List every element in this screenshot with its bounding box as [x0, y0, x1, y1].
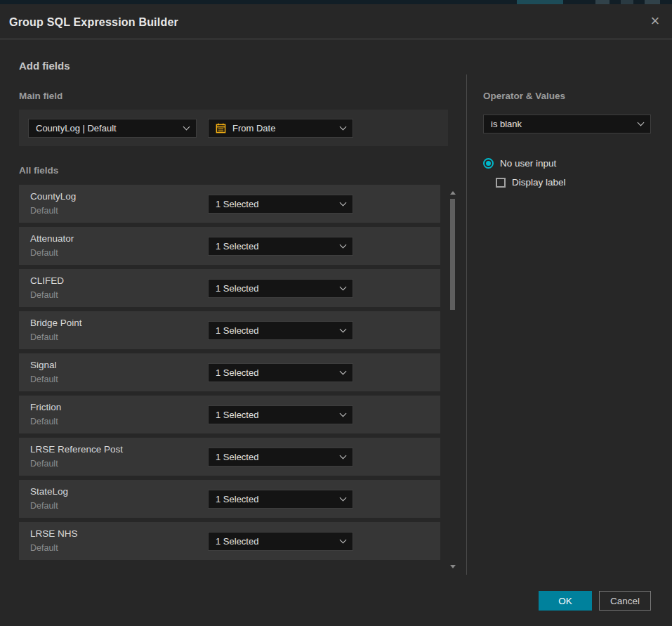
header-divider: [0, 39, 672, 39]
dialog-title: Group SQL Expression Builder: [9, 16, 178, 29]
field-name: Signal: [30, 360, 57, 370]
chevron-down-icon: [340, 124, 347, 131]
main-field-panel: CountyLog | Default From Date: [19, 110, 448, 146]
cancel-button[interactable]: Cancel: [599, 591, 651, 611]
operator-values-label: Operator & Values: [483, 91, 565, 101]
chevron-down-icon: [340, 410, 347, 417]
field-selection-dropdown[interactable]: 1 Selected: [208, 448, 353, 467]
field-selection-dropdown[interactable]: 1 Selected: [208, 279, 353, 298]
field-sublabel: Default: [30, 417, 58, 426]
field-row-friction: Friction Default 1 Selected: [19, 396, 440, 433]
calendar-icon: [216, 123, 226, 133]
scrollbar-down-icon[interactable]: [450, 565, 456, 568]
field-sublabel: Default: [30, 501, 58, 511]
chevron-down-icon: [340, 368, 347, 375]
field-selection-value: 1 Selected: [216, 325, 335, 336]
main-layer-dropdown[interactable]: CountyLog | Default: [28, 119, 197, 138]
checkbox-unchecked-icon: [496, 178, 506, 188]
field-sublabel: Default: [30, 543, 58, 553]
display-label-text: Display label: [512, 177, 566, 188]
field-selection-dropdown[interactable]: 1 Selected: [208, 532, 353, 551]
field-selection-dropdown[interactable]: 1 Selected: [208, 405, 353, 424]
field-selection-dropdown[interactable]: 1 Selected: [208, 363, 353, 382]
field-name: Attenuator: [30, 233, 74, 244]
field-selection-value: 1 Selected: [216, 410, 335, 420]
field-selection-dropdown[interactable]: 1 Selected: [208, 490, 353, 509]
column-divider: [466, 74, 467, 575]
field-name: Friction: [30, 402, 61, 412]
field-name: LRSE NHS: [30, 528, 78, 539]
chevron-down-icon: [340, 326, 347, 333]
field-name: CLIFED: [30, 275, 64, 286]
field-row-attenuator: Attenuator Default 1 Selected: [19, 227, 440, 265]
scrollbar-up-icon[interactable]: [450, 191, 456, 195]
chevron-down-icon: [340, 537, 347, 544]
chevron-down-icon: [183, 124, 190, 131]
field-name: StateLog: [30, 486, 68, 497]
ok-button[interactable]: OK: [539, 591, 592, 611]
field-selection-value: 1 Selected: [216, 536, 335, 547]
chevron-down-icon: [340, 200, 347, 207]
field-row-countylog: CountyLog Default 1 Selected: [19, 185, 440, 223]
field-sublabel: Default: [30, 248, 58, 258]
field-selection-value: 1 Selected: [216, 283, 335, 294]
add-fields-heading: Add fields: [19, 60, 70, 72]
all-fields-label: All fields: [19, 165, 58, 176]
radio-selected-icon: [483, 158, 494, 169]
field-selection-dropdown[interactable]: 1 Selected: [208, 321, 353, 340]
chevron-down-icon: [340, 495, 347, 502]
field-sublabel: Default: [30, 206, 58, 216]
field-selection-dropdown[interactable]: 1 Selected: [208, 237, 353, 256]
operator-dropdown-value: is blank: [491, 119, 633, 129]
chevron-down-icon: [340, 452, 347, 459]
field-row-statelog: StateLog Default 1 Selected: [19, 480, 440, 518]
operator-dropdown[interactable]: is blank: [483, 115, 651, 133]
field-row-clifed: CLIFED Default 1 Selected: [19, 269, 440, 307]
main-field-dropdown-value: From Date: [232, 123, 335, 133]
close-icon[interactable]: ×: [646, 13, 664, 31]
display-label-checkbox[interactable]: Display label: [496, 177, 566, 188]
main-field-label: Main field: [19, 91, 62, 101]
field-selection-value: 1 Selected: [216, 452, 335, 462]
field-selection-value: 1 Selected: [216, 241, 335, 252]
field-row-signal: Signal Default 1 Selected: [19, 353, 440, 391]
field-sublabel: Default: [30, 374, 58, 384]
field-sublabel: Default: [30, 290, 58, 300]
no-user-input-radio[interactable]: No user input: [483, 158, 556, 169]
field-row-bridge-point: Bridge Point Default 1 Selected: [19, 311, 440, 349]
field-selection-value: 1 Selected: [216, 199, 335, 209]
field-sublabel: Default: [30, 332, 58, 342]
main-field-dropdown[interactable]: From Date: [208, 119, 353, 138]
no-user-input-label: No user input: [500, 158, 556, 169]
field-selection-value: 1 Selected: [216, 494, 335, 504]
field-sublabel: Default: [30, 459, 58, 469]
field-name: CountyLog: [30, 191, 76, 202]
field-row-lrse-reference-post: LRSE Reference Post Default 1 Selected: [19, 438, 440, 476]
scrollbar-thumb[interactable]: [450, 199, 455, 310]
field-row-lrse-nhs: LRSE NHS Default 1 Selected: [19, 522, 440, 560]
field-selection-dropdown[interactable]: 1 Selected: [208, 195, 353, 214]
main-layer-dropdown-value: CountyLog | Default: [36, 123, 178, 133]
field-selection-value: 1 Selected: [216, 367, 335, 378]
group-sql-expression-builder-dialog: Group SQL Expression Builder × Add field…: [0, 4, 672, 626]
chevron-down-icon: [638, 119, 645, 126]
chevron-down-icon: [340, 284, 347, 291]
chevron-down-icon: [340, 242, 347, 249]
field-name: Bridge Point: [30, 318, 82, 328]
field-name: LRSE Reference Post: [30, 444, 123, 455]
